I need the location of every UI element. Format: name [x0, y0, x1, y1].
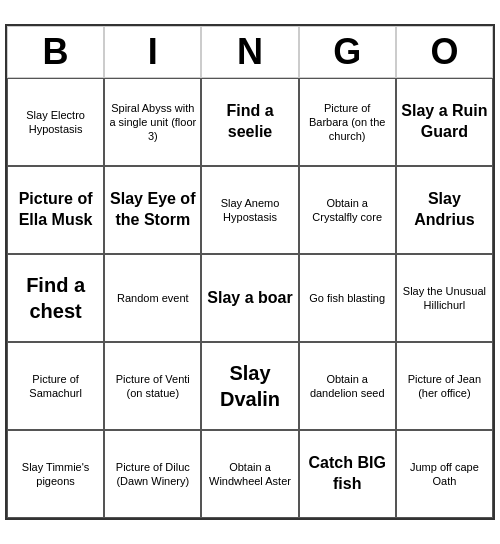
- bingo-cell-11[interactable]: Random event: [104, 254, 201, 342]
- bingo-cell-21[interactable]: Picture of Diluc (Dawn Winery): [104, 430, 201, 518]
- bingo-cell-0[interactable]: Slay Electro Hypostasis: [7, 78, 104, 166]
- bingo-grid: Slay Electro HypostasisSpiral Abyss with…: [7, 78, 493, 518]
- bingo-letter-n: N: [201, 26, 298, 78]
- bingo-cell-14[interactable]: Slay the Unusual Hillichurl: [396, 254, 493, 342]
- bingo-card: BINGO Slay Electro HypostasisSpiral Abys…: [5, 24, 495, 520]
- bingo-cell-5[interactable]: Picture of Ella Musk: [7, 166, 104, 254]
- bingo-cell-8[interactable]: Obtain a Crystalfly core: [299, 166, 396, 254]
- bingo-cell-2[interactable]: Find a seelie: [201, 78, 298, 166]
- bingo-cell-9[interactable]: Slay Andrius: [396, 166, 493, 254]
- bingo-cell-23[interactable]: Catch BIG fish: [299, 430, 396, 518]
- bingo-letter-b: B: [7, 26, 104, 78]
- bingo-letter-i: I: [104, 26, 201, 78]
- bingo-cell-18[interactable]: Obtain a dandelion seed: [299, 342, 396, 430]
- bingo-cell-12[interactable]: Slay a boar: [201, 254, 298, 342]
- bingo-cell-3[interactable]: Picture of Barbara (on the church): [299, 78, 396, 166]
- bingo-cell-1[interactable]: Spiral Abyss with a single unit (floor 3…: [104, 78, 201, 166]
- bingo-cell-19[interactable]: Picture of Jean (her office): [396, 342, 493, 430]
- bingo-cell-6[interactable]: Slay Eye of the Storm: [104, 166, 201, 254]
- bingo-cell-20[interactable]: Slay Timmie's pigeons: [7, 430, 104, 518]
- bingo-cell-16[interactable]: Picture of Venti (on statue): [104, 342, 201, 430]
- bingo-cell-22[interactable]: Obtain a Windwheel Aster: [201, 430, 298, 518]
- bingo-cell-4[interactable]: Slay a Ruin Guard: [396, 78, 493, 166]
- bingo-cell-17[interactable]: Slay Dvalin: [201, 342, 298, 430]
- bingo-cell-24[interactable]: Jump off cape Oath: [396, 430, 493, 518]
- bingo-letter-g: G: [299, 26, 396, 78]
- bingo-header: BINGO: [7, 26, 493, 78]
- bingo-cell-13[interactable]: Go fish blasting: [299, 254, 396, 342]
- bingo-cell-7[interactable]: Slay Anemo Hypostasis: [201, 166, 298, 254]
- bingo-cell-15[interactable]: Picture of Samachurl: [7, 342, 104, 430]
- bingo-letter-o: O: [396, 26, 493, 78]
- bingo-cell-10[interactable]: Find a chest: [7, 254, 104, 342]
